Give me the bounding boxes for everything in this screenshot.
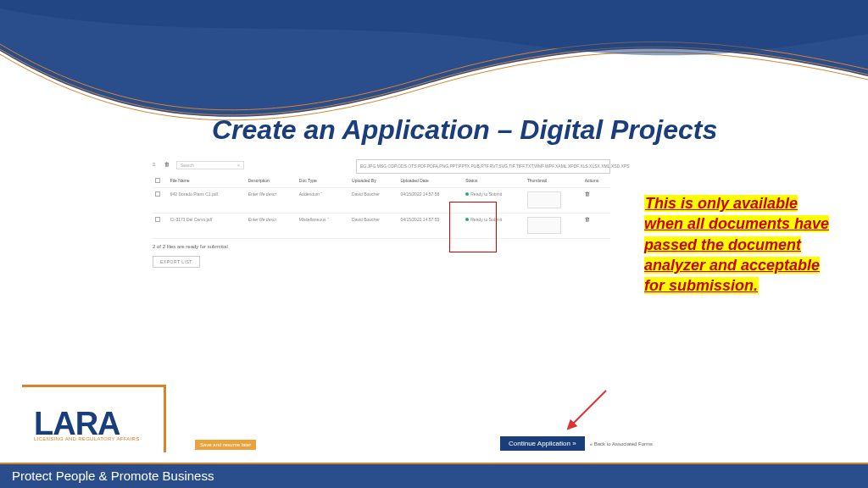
delete-icon[interactable]: 🗑 [164,162,171,169]
logo-sub: LICENSING AND REGULATORY AFFAIRS [34,436,140,441]
col-uploadeddate: Uploaded Date [398,175,463,188]
row-checkbox[interactable] [155,217,160,222]
col-thumbnail: Thumbnail [525,175,582,188]
status-dot-icon [465,192,469,196]
svg-line-0 [568,391,606,429]
col-doctype: Doc Type [297,175,349,188]
table-row: CI-3173 Del Cervo.pdf Enter file descr. … [153,214,610,239]
row-delete-icon[interactable]: 🗑 [585,217,590,222]
continue-area: Continue Application » « Back to Associa… [500,436,653,451]
callout-note: This is only available when all document… [644,193,839,296]
col-description: Description [246,175,297,188]
continue-application-button[interactable]: Continue Application » [500,436,585,451]
cell-uploadedby: David Boucher [349,214,398,239]
cell-filename: CI-3173 Del Cervo.pdf [168,214,246,239]
cell-uploadedby: David Boucher [349,188,398,214]
page-title: Create an Application – Digital Projects [212,114,717,146]
col-actions: Actions [582,175,610,188]
cell-doctype[interactable]: Miscellaneous ˅ [297,214,349,239]
col-uploadedby: Uploaded By [349,175,398,188]
select-all-checkbox[interactable] [155,178,160,183]
file-table: File Name Description Doc Type Uploaded … [153,175,610,239]
col-status: Status [463,175,524,188]
export-list-button[interactable]: EXPORT LIST [153,256,200,268]
cell-filename: 942 Dorado Plans C1.pdf [168,188,246,214]
search-placeholder: Search [181,163,194,168]
cell-description[interactable]: Enter file descr. [246,214,297,239]
thumbnail-image[interactable] [527,191,561,208]
table-header-row: File Name Description Doc Type Uploaded … [153,175,610,188]
clear-icon[interactable]: × [237,163,240,168]
row-checkbox[interactable] [155,191,160,197]
col-filename: File Name [168,175,246,188]
menu-icon[interactable]: ≡ [153,162,159,169]
table-row: 942 Dorado Plans C1.pdf Enter file descr… [153,188,610,214]
ready-message: 2 of 2 files are ready for submittal [153,244,627,249]
row-delete-icon[interactable]: 🗑 [585,191,590,197]
back-link[interactable]: « Back to Associated Forms [590,441,653,446]
file-table-area: ≡ 🗑 Search × File Name Description Doc T… [153,161,627,268]
logo-main: LARA [34,411,140,436]
footer-bar: Protect People & Promote Business [0,463,868,488]
cell-description[interactable]: Enter file descr. [246,188,297,214]
table-toolbar: ≡ 🗑 Search × [153,161,627,169]
search-input[interactable]: Search × [176,161,244,169]
cell-doctype[interactable]: Addendum ˅ [297,188,349,214]
status-highlight-box [449,202,497,252]
logo: LARA LICENSING AND REGULATORY AFFAIRS [34,411,140,441]
arrow-icon [559,386,619,437]
save-resume-button[interactable]: Save and resume later [195,440,256,450]
thumbnail-image[interactable] [527,217,561,234]
